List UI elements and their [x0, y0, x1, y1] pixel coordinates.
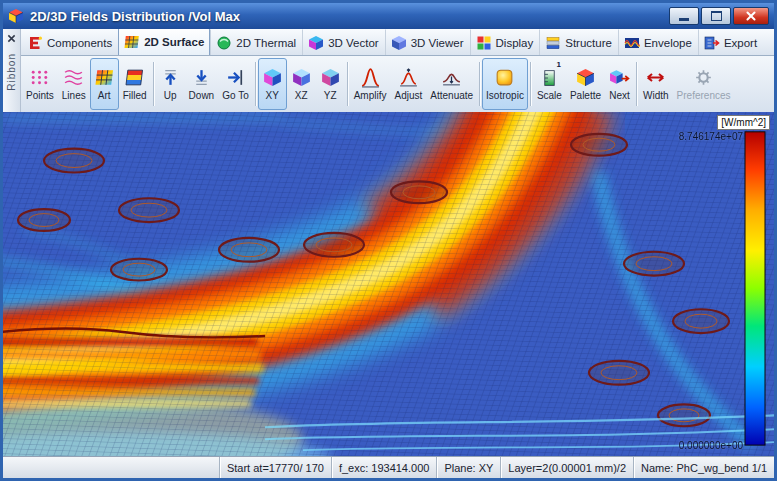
status-start: Start at=17770/ 170: [219, 457, 331, 478]
status-bar: Start at=17770/ 170 f_exc: 193414.000 Pl…: [3, 456, 774, 478]
width-button[interactable]: Width: [639, 58, 673, 110]
colorbar: [745, 132, 765, 445]
xy-plane-button[interactable]: XY: [258, 58, 287, 110]
close-button[interactable]: [733, 7, 769, 25]
title-bar: 2D/3D Fields Distribution /Vol Max: [3, 3, 774, 29]
attenuate-icon: [441, 67, 462, 88]
button-label: Lines: [62, 90, 86, 101]
structure-icon: [545, 35, 561, 51]
display-icon: [476, 35, 492, 51]
points-button[interactable]: Points: [22, 58, 58, 110]
palette-button[interactable]: Palette: [566, 58, 605, 110]
xz-cube-icon: [291, 67, 312, 88]
adjust-button[interactable]: Adjust: [390, 58, 426, 110]
tab-label: 2D Surface: [144, 36, 204, 48]
app-icon: [8, 8, 24, 24]
scale-icon: [539, 67, 560, 88]
toolbar-separator: [347, 62, 348, 106]
next-button[interactable]: Next: [605, 58, 634, 110]
goto-icon: [225, 67, 246, 88]
tab-label: Components: [47, 37, 112, 49]
export-icon: [704, 35, 720, 51]
toolbar-separator: [255, 62, 256, 106]
isotropic-button[interactable]: Isotropic: [482, 58, 528, 110]
filled-icon: [124, 67, 145, 88]
tab-label: 3D Vector: [328, 37, 379, 49]
lines-icon: [63, 67, 84, 88]
tab-label: Display: [496, 37, 534, 49]
amplify-icon: [360, 67, 381, 88]
tab-3d-vector[interactable]: 3D Vector: [302, 29, 385, 55]
button-label: Points: [26, 90, 54, 101]
toolbar: Points Lines Art: [21, 56, 774, 112]
art-button[interactable]: Art: [90, 58, 119, 110]
down-button[interactable]: Down: [185, 58, 219, 110]
tab-label: 3D Viewer: [411, 37, 464, 49]
next-icon: [609, 67, 630, 88]
tab-components[interactable]: Components: [21, 29, 118, 55]
scale-button[interactable]: 1 Scale: [533, 58, 566, 110]
button-label: Palette: [570, 90, 601, 101]
button-label: Filled: [123, 90, 147, 101]
lines-button[interactable]: Lines: [58, 58, 90, 110]
viewer-3d-icon: [391, 35, 407, 51]
status-plane: Plane: XY: [436, 457, 500, 478]
window-title: 2D/3D Fields Distribution /Vol Max: [30, 9, 663, 24]
button-label: Isotropic: [486, 90, 524, 101]
field-mesh-plot: [3, 112, 774, 456]
palette-icon: [575, 67, 596, 88]
preferences-gear-icon: [693, 67, 714, 88]
scale-superscript: 1: [556, 60, 560, 69]
preferences-button[interactable]: Preferences: [673, 58, 735, 110]
button-label: Go To: [222, 90, 249, 101]
status-spacer: [3, 457, 219, 478]
attenuate-button[interactable]: Attenuate: [426, 58, 477, 110]
points-icon: [29, 67, 50, 88]
button-label: Adjust: [394, 90, 422, 101]
ribbon-area: Ribbon Components 2D Surface: [3, 29, 774, 112]
envelope-icon: [624, 35, 640, 51]
goto-button[interactable]: Go To: [218, 58, 253, 110]
button-label: XZ: [295, 90, 308, 101]
up-arrow-icon: [160, 67, 181, 88]
vector-3d-icon: [308, 35, 324, 51]
filled-button[interactable]: Filled: [119, 58, 151, 110]
yz-plane-button[interactable]: YZ: [316, 58, 345, 110]
tab-envelope[interactable]: Envelope: [618, 29, 698, 55]
button-label: Attenuate: [430, 90, 473, 101]
toolbar-separator: [636, 62, 637, 106]
minimize-button[interactable]: [669, 7, 699, 25]
toolbar-separator: [479, 62, 480, 106]
button-label: Amplify: [354, 90, 387, 101]
tab-2d-surface[interactable]: 2D Surface: [118, 29, 210, 55]
maximize-button[interactable]: [701, 7, 731, 25]
ribbon-close-button[interactable]: [5, 32, 18, 45]
tab-structure[interactable]: Structure: [539, 29, 618, 55]
button-label: XY: [266, 90, 279, 101]
width-icon: [645, 67, 666, 88]
tab-export[interactable]: Export: [698, 29, 763, 55]
xy-cube-icon: [262, 67, 283, 88]
button-label: Up: [164, 90, 177, 101]
field-canvas[interactable]: [W/mm^2] 8.746174e+07 0.000000e+00: [3, 112, 774, 456]
toolbar-separator: [530, 62, 531, 106]
status-name: Name: PhC_wg_bend 1/1: [633, 457, 774, 478]
toolbar-separator: [153, 62, 154, 106]
colorbar-min-value: 0.000000e+00: [679, 440, 743, 451]
tab-label: Export: [724, 37, 757, 49]
tab-2d-thermal[interactable]: 2D Thermal: [210, 29, 302, 55]
xz-plane-button[interactable]: XZ: [287, 58, 316, 110]
colorbar-unit-label: [W/mm^2]: [717, 115, 770, 130]
tab-label: 2D Thermal: [236, 37, 296, 49]
adjust-icon: [398, 67, 419, 88]
status-f-exc: f_exc: 193414.000: [331, 457, 437, 478]
up-button[interactable]: Up: [156, 58, 185, 110]
colorbar-max-value: 8.746174e+07: [679, 131, 743, 142]
isotropic-icon: [494, 67, 515, 88]
tab-display[interactable]: Display: [470, 29, 540, 55]
button-label: Preferences: [677, 90, 731, 101]
amplify-button[interactable]: Amplify: [350, 58, 391, 110]
art-icon: [94, 67, 115, 88]
button-label: Next: [609, 90, 630, 101]
tab-3d-viewer[interactable]: 3D Viewer: [385, 29, 470, 55]
